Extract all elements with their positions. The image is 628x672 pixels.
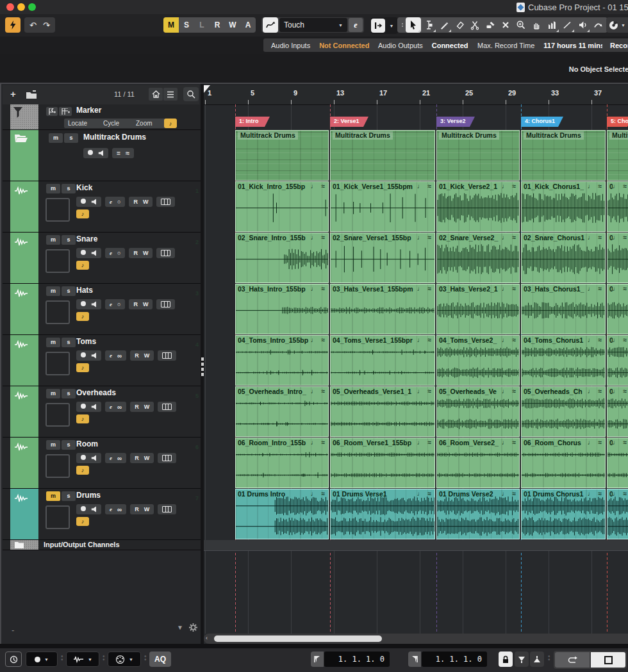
marker-flag[interactable]: 5: Chor	[607, 117, 628, 127]
audio-event[interactable]: 05_Overheads_Ve♩ ≈	[436, 386, 520, 437]
audio-event[interactable]: 01_Kick_Chorus1_♩ ≈	[521, 181, 606, 232]
automation-curve-button[interactable]	[263, 17, 278, 33]
close-window-button[interactable]	[6, 3, 14, 11]
audio-event[interactable]: 03_Hats_Intro_155bp♩ ≈	[235, 284, 329, 334]
zoom-tool[interactable]	[513, 17, 529, 33]
audio-event[interactable]: 04_Tor♩ ≈	[607, 335, 628, 386]
show-lanes-button[interactable]	[162, 455, 172, 461]
track-folder-multitrack-drums[interactable]: msMultitrack Drums=≈	[3, 130, 201, 181]
audio-event[interactable]: 04_Toms_Verse2_♩ ≈	[436, 335, 520, 386]
read-automation-button[interactable]: R	[135, 455, 139, 461]
automation-mode-dropdown[interactable]: Touch ▼	[279, 18, 347, 32]
monitor-button[interactable]	[91, 250, 97, 256]
automation-mode-m[interactable]: M	[163, 17, 179, 33]
horizontal-scrollbar[interactable]: ‹	[204, 634, 628, 644]
edit-channel-button[interactable]: e	[110, 301, 112, 307]
audio-event[interactable]: 01 Drums Verse1♩ ≈	[330, 489, 435, 539]
audio-event[interactable]: 01 Drums Verse2♩ ≈	[436, 489, 520, 539]
zoom-window-button[interactable]	[28, 3, 36, 11]
audio-event[interactable]: 02_Sna♩ ≈	[607, 233, 628, 283]
marker-zoom-button[interactable]: Zoom	[132, 119, 167, 128]
record-enable-button[interactable]	[81, 506, 86, 512]
track-drums[interactable]: 7msDrumse∞RW♪	[3, 489, 201, 540]
read-automation-button[interactable]: R	[133, 301, 138, 307]
automation-mode-s[interactable]: S	[179, 17, 194, 33]
monitor-button[interactable]	[91, 506, 97, 512]
audio-event[interactable]: 03_Hats_Verse2_1♩ ≈	[436, 284, 520, 334]
undo-icon[interactable]: ↶	[29, 20, 37, 30]
track-room[interactable]: 6msRoome∞RW♪	[3, 438, 201, 489]
record-enable-button[interactable]	[88, 150, 93, 156]
track-filter-home-button[interactable]	[149, 88, 163, 101]
audio-event[interactable]: 05_Overheads_Ch♩ ≈	[521, 386, 606, 437]
audio-event[interactable]: 02_Snare_Verse1_155bp♩ ≈	[330, 233, 435, 283]
mute-button[interactable]: m	[46, 338, 60, 347]
record-enable-button[interactable]	[81, 250, 86, 256]
channel-config-indicator[interactable]: ○	[117, 250, 120, 256]
show-lanes-button[interactable]	[161, 199, 170, 205]
monitor-button[interactable]	[91, 404, 97, 410]
scroll-left-arrow-icon[interactable]: ‹	[206, 635, 208, 641]
mute-tool[interactable]	[498, 17, 513, 33]
show-lanes-button[interactable]	[162, 404, 172, 410]
punch-out-button[interactable]	[530, 652, 544, 667]
lock-punch-button[interactable]	[499, 652, 513, 667]
write-automation-button[interactable]: W	[144, 352, 150, 359]
mute-button[interactable]: m	[46, 440, 60, 450]
folder-part-event[interactable]: Multitrack Drums	[235, 130, 329, 181]
musical-timebase-button[interactable]: ♪	[76, 466, 89, 475]
scrub-tool[interactable]	[590, 17, 606, 33]
audio-event[interactable]: 01_Kick_Verse2_1♩ ≈	[436, 181, 520, 232]
audio-event[interactable]: 05_Ov♩ ≈	[607, 386, 628, 437]
solo-button[interactable]: s	[62, 286, 76, 296]
minimize-window-button[interactable]	[17, 3, 25, 11]
monitor-button[interactable]	[91, 455, 97, 461]
audio-event[interactable]: 06_Room_Intro_155b♩ ≈	[235, 438, 329, 488]
go-to-right-locator-button[interactable]	[408, 652, 421, 667]
read-automation-button[interactable]: R	[135, 506, 139, 512]
autoscroll-button[interactable]	[371, 19, 385, 33]
add-track-button[interactable]: +	[10, 88, 16, 99]
edit-channel-button[interactable]: e	[110, 199, 112, 205]
musical-timebase-button[interactable]: ♪	[76, 414, 89, 423]
mute-button[interactable]: m	[46, 235, 60, 245]
channel-config-indicator[interactable]: ∞	[117, 506, 122, 513]
right-locator-display[interactable]: 1. 1. 1. 0	[422, 652, 487, 667]
audio-event[interactable]: 01_Kick_Intro_155bp♩ ≈	[235, 181, 329, 232]
musical-timebase-button[interactable]: ♪	[76, 209, 89, 218]
record-time-status[interactable]: Max. Record Time 117 hours 11 mins	[470, 38, 612, 52]
folder-part-event[interactable]: Multitr	[607, 130, 628, 181]
range-selection-tool[interactable]	[421, 17, 436, 33]
show-lanes-button[interactable]	[162, 352, 172, 359]
show-lanes-button[interactable]	[162, 506, 172, 512]
solo-button[interactable]: s	[64, 133, 78, 143]
folder-part-event[interactable]: Multitrack Drums	[521, 130, 606, 181]
audio-event[interactable]: 02_Snare_Chorus1♩ ≈	[521, 233, 606, 283]
left-locator-display[interactable]: 1. 1. 1. 0	[324, 652, 390, 667]
record-enable-button[interactable]	[81, 455, 86, 461]
automation-mode-l[interactable]: L	[194, 17, 210, 33]
track-list-settings-button[interactable]	[163, 88, 178, 101]
erase-tool[interactable]	[452, 17, 467, 33]
write-automation-button[interactable]: W	[144, 506, 150, 512]
mute-button[interactable]: m	[49, 133, 63, 143]
musical-timebase-button[interactable]: ♪	[76, 312, 89, 321]
read-automation-button[interactable]: R	[133, 250, 138, 256]
mute-button[interactable]: m	[46, 184, 60, 193]
audio-event[interactable]: 02_Snare_Verse2_♩ ≈	[436, 233, 520, 283]
marker-flag[interactable]: 4: Chorus1	[521, 117, 563, 127]
record-status[interactable]: Record	[602, 38, 628, 52]
write-automation-button[interactable]: W	[144, 404, 150, 410]
scrollbar-thumb[interactable]	[214, 635, 382, 642]
channel-config-indicator[interactable]: ○	[117, 199, 120, 205]
audio-event[interactable]: 01 Drums Intro♩ ≈	[235, 489, 329, 539]
track-preset-icon[interactable]	[26, 90, 37, 99]
channel-config-indicator[interactable]: ∞	[117, 455, 122, 462]
mute-button[interactable]: m	[46, 286, 60, 296]
audio-event[interactable]: 03_Hat♩ ≈	[607, 284, 628, 334]
audio-event[interactable]: 06_Room_Verse1_155bp♩ ≈	[330, 438, 435, 488]
object-selection-tool[interactable]	[406, 17, 421, 33]
solo-button[interactable]: s	[62, 440, 76, 450]
track-overheads[interactable]: 5msOverheadse∞RW♪	[3, 386, 201, 438]
record-enable-button[interactable]	[81, 404, 86, 410]
